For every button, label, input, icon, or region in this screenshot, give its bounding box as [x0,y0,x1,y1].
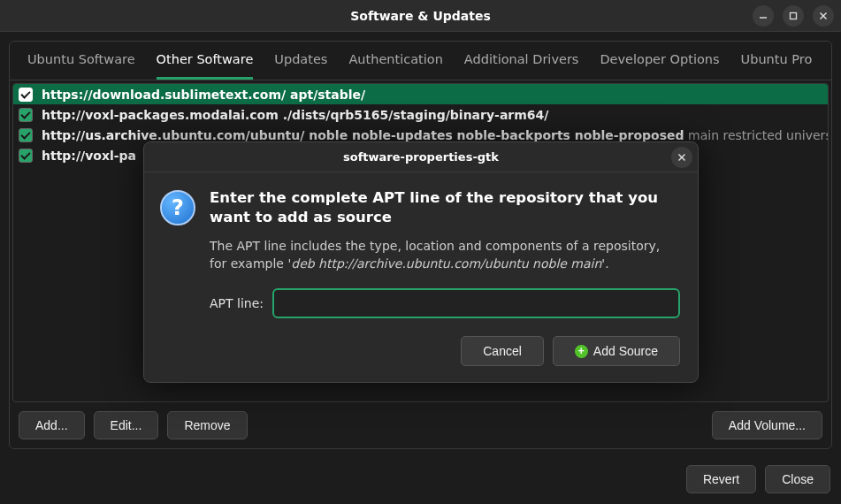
source-url: http://voxl-pa [42,149,136,163]
tab-ubuntu-pro[interactable]: Ubuntu Pro [741,52,813,80]
tabs: Ubuntu Software Other Software Updates A… [10,42,831,80]
dialog-description: The APT line includes the type, location… [210,237,680,273]
dialog-title: software-properties-gtk [144,150,698,164]
checkbox-icon[interactable] [19,128,33,142]
dialog-buttons: Cancel + Add Source [144,322,698,382]
source-url: https://download.sublimetext.com/ apt/st… [42,88,365,102]
add-icon: + [575,345,588,358]
source-url: http://voxl-packages.modalai.com ./dists… [42,108,548,122]
add-button[interactable]: Add... [19,411,85,439]
source-row[interactable]: http://voxl-packages.modalai.com ./dists… [13,104,828,125]
apt-line-row: APT line: [210,288,680,318]
tab-developer-options[interactable]: Developer Options [600,52,719,80]
add-source-label: Add Source [593,344,658,358]
tab-additional-drivers[interactable]: Additional Drivers [464,52,579,80]
footer: Revert Close [0,458,841,504]
source-row[interactable]: https://download.sublimetext.com/ apt/st… [13,84,828,104]
close-button[interactable] [813,5,834,27]
titlebar: Software & Updates [0,0,841,32]
software-updates-window: Software & Updates Ubuntu Software Other… [0,0,841,504]
question-icon: ? [160,190,195,225]
dialog-titlebar: software-properties-gtk [144,142,698,172]
add-volume-button[interactable]: Add Volume... [712,411,822,439]
checkbox-icon[interactable] [19,108,33,122]
source-url: http://us.archive.ubuntu.com/ubuntu/ nob… [42,128,829,142]
edit-button[interactable]: Edit... [94,411,159,439]
tab-ubuntu-software[interactable]: Ubuntu Software [27,52,135,80]
dialog-close-button[interactable] [671,147,692,168]
maximize-button[interactable] [783,5,804,27]
apt-line-dialog: software-properties-gtk ? Enter the comp… [143,141,699,383]
close-button-footer[interactable]: Close [765,465,830,493]
dialog-heading: Enter the complete APT line of the repos… [210,188,680,228]
source-action-row: Add... Edit... Remove Add Volume... [10,402,831,448]
window-buttons [753,5,834,27]
svg-rect-1 [791,13,797,19]
dialog-cancel-button[interactable]: Cancel [461,336,544,366]
apt-line-label: APT line: [210,296,264,310]
window-title: Software & Updates [0,9,841,23]
dialog-body: ? Enter the complete APT line of the rep… [144,172,698,322]
remove-button[interactable]: Remove [167,411,247,439]
tab-other-software[interactable]: Other Software [157,52,254,80]
revert-button[interactable]: Revert [686,465,756,493]
apt-line-input[interactable] [272,288,680,318]
checkbox-icon[interactable] [19,88,33,102]
checkbox-icon[interactable] [19,149,33,163]
tab-updates[interactable]: Updates [274,52,327,80]
dialog-add-source-button[interactable]: + Add Source [553,336,680,366]
tab-authentication[interactable]: Authentication [348,52,442,80]
dialog-text: Enter the complete APT line of the repos… [210,188,680,318]
minimize-button[interactable] [753,5,774,27]
